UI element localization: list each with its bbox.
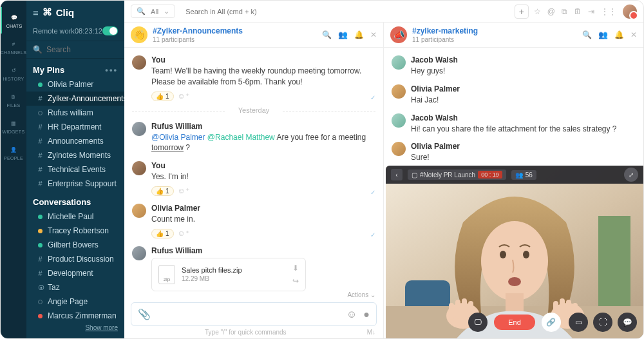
status-toggle[interactable] bbox=[102, 26, 118, 35]
sidebar-item[interactable]: Olivia Palmer bbox=[26, 77, 124, 92]
link-button[interactable]: 🔗 bbox=[542, 313, 561, 332]
sidebar-item[interactable]: #Zylnotes Moments bbox=[26, 148, 124, 162]
avatar[interactable] bbox=[132, 55, 146, 70]
video-chat-button[interactable]: 💬 bbox=[618, 313, 637, 332]
at-icon[interactable]: @ bbox=[547, 7, 555, 16]
pins-list: Olivia Palmer#Zylker-AnnouncementsRufus … bbox=[26, 77, 124, 191]
bell-icon[interactable]: 🔔 bbox=[354, 30, 364, 39]
sidebar-item[interactable]: ⦿Taz bbox=[26, 280, 124, 295]
avatar[interactable] bbox=[132, 204, 146, 218]
avatar[interactable] bbox=[392, 55, 406, 70]
pins-more-icon[interactable]: ••• bbox=[105, 65, 118, 75]
sidebar-search-input[interactable] bbox=[46, 45, 118, 54]
message-author[interactable]: Jacob Walsh bbox=[411, 113, 636, 122]
reaction-row: 👍 1☺⁺ bbox=[151, 229, 365, 238]
sidebar-item[interactable]: Rufus william bbox=[26, 106, 124, 120]
close-icon[interactable]: ✕ bbox=[630, 30, 637, 39]
reaction-pill[interactable]: 👍 1 bbox=[151, 92, 174, 101]
forward-icon[interactable]: ↪ bbox=[292, 276, 299, 286]
message-author[interactable]: Olivia Palmer bbox=[411, 84, 636, 93]
file-attachment[interactable]: zipSales pitch files.zip12.29 MB⬇↪ bbox=[151, 258, 306, 291]
sidebar-item[interactable]: Michelle Paul bbox=[26, 209, 124, 224]
rail-people[interactable]: 👤 PEOPLE bbox=[1, 139, 26, 166]
global-search-input[interactable] bbox=[180, 5, 509, 18]
add-reaction-icon[interactable]: ☺⁺ bbox=[178, 186, 189, 195]
message-author[interactable]: You bbox=[151, 161, 365, 170]
sidebar-item[interactable]: #Zylker-Announcements bbox=[26, 92, 124, 106]
sidebar-item[interactable]: Marcus Zimmerman bbox=[26, 309, 124, 323]
sidebar-item-label: Gilbert Bowers bbox=[48, 240, 99, 249]
reaction-pill[interactable]: 👍 1 bbox=[151, 229, 174, 238]
logout-icon[interactable]: ⇥ bbox=[588, 7, 594, 16]
sidebar-item[interactable]: #Product Discussion bbox=[26, 252, 124, 266]
sidebar-item[interactable]: #Announcements bbox=[26, 134, 124, 148]
menu-icon[interactable]: ≡ bbox=[33, 7, 39, 18]
participants-icon[interactable]: 👥 bbox=[338, 30, 348, 39]
composer-input[interactable] bbox=[157, 310, 340, 319]
mention[interactable]: @Olivia Palmer bbox=[151, 133, 205, 142]
copy-icon[interactable]: ⧉ bbox=[562, 7, 567, 16]
channel-title[interactable]: #zylker-marketing bbox=[412, 26, 478, 35]
sidebar-search[interactable]: 🔍 bbox=[26, 41, 124, 59]
apps-icon[interactable]: ⋮⋮ bbox=[601, 7, 616, 16]
avatar[interactable] bbox=[392, 142, 406, 156]
message-feed[interactable]: YouTeam! We'll be having the weekly roun… bbox=[124, 48, 383, 291]
video-title-chip[interactable]: ▢ #Notely PR Launch 00 : 19 bbox=[408, 170, 506, 180]
participants-icon[interactable]: 👥 bbox=[598, 30, 608, 39]
bell-icon[interactable]: 🔔 bbox=[614, 30, 624, 39]
video-expand-button[interactable]: ⤢ bbox=[624, 168, 638, 182]
record-icon[interactable]: ● bbox=[363, 309, 370, 320]
rail-channels[interactable]: # CHANNELS bbox=[1, 34, 26, 60]
avatar[interactable] bbox=[132, 161, 146, 175]
avatar[interactable] bbox=[132, 246, 146, 260]
pip-button[interactable]: ▭ bbox=[569, 313, 588, 332]
rail-widgets[interactable]: ▦ WIDGETS bbox=[1, 113, 26, 139]
user-avatar[interactable] bbox=[623, 5, 637, 19]
avatar[interactable] bbox=[392, 113, 406, 128]
add-reaction-icon[interactable]: ☺⁺ bbox=[178, 229, 189, 238]
message-author[interactable]: Olivia Palmer bbox=[151, 204, 365, 213]
sidebar-item[interactable]: Gilbert Bowers bbox=[26, 238, 124, 252]
mention[interactable]: @Rachael Matthew bbox=[205, 133, 275, 142]
message-author[interactable]: Rufus William bbox=[151, 246, 375, 255]
star-icon[interactable]: ☆ bbox=[534, 7, 541, 16]
search-icon[interactable]: 🔍 bbox=[582, 30, 592, 39]
search-scope[interactable]: 🔍 All ⌄ bbox=[131, 5, 175, 18]
rail-chats[interactable]: 💬 CHATS bbox=[1, 7, 26, 34]
sidebar-item[interactable]: #Development bbox=[26, 266, 124, 280]
download-icon[interactable]: ⬇ bbox=[292, 264, 299, 273]
video-participants-chip[interactable]: 👥 56 bbox=[511, 170, 536, 180]
fullscreen-button[interactable]: ⛶ bbox=[593, 313, 612, 332]
sidebar-item[interactable]: Angie Page bbox=[26, 295, 124, 309]
video-back-button[interactable]: ‹ bbox=[391, 169, 402, 180]
add-reaction-icon[interactable]: ☺⁺ bbox=[178, 92, 189, 101]
avatar[interactable] bbox=[392, 84, 406, 99]
sidebar-item[interactable]: #Enterprise Suppourt bbox=[26, 177, 124, 191]
message-author[interactable]: You bbox=[151, 55, 365, 64]
file-icon: zip bbox=[158, 265, 175, 284]
avatar[interactable] bbox=[132, 122, 146, 136]
show-more-link[interactable]: Show more bbox=[26, 323, 124, 335]
sidebar-item[interactable]: Tracey Robertson bbox=[26, 224, 124, 238]
new-chat-button[interactable]: + bbox=[515, 5, 529, 19]
feed-actions[interactable]: Actions ⌄ bbox=[124, 291, 383, 300]
reaction-pill[interactable]: 👍 1 bbox=[151, 186, 174, 196]
end-call-button[interactable]: End bbox=[494, 315, 535, 330]
calendar-icon[interactable]: 🗓 bbox=[574, 7, 582, 16]
rail-files[interactable]: 🗎 FILES bbox=[1, 86, 26, 113]
message-author[interactable]: Rufus William bbox=[151, 122, 375, 131]
rail-history[interactable]: ↺ HISTORY bbox=[1, 60, 26, 86]
close-icon[interactable]: ✕ bbox=[370, 30, 377, 39]
sidebar-item[interactable]: #Technical Events bbox=[26, 162, 124, 177]
status-row: Remote work 08:23:12 bbox=[26, 24, 124, 41]
screenshare-button[interactable]: 🖵 bbox=[468, 313, 488, 332]
emoji-icon[interactable]: ☺ bbox=[346, 309, 357, 320]
sidebar-item[interactable]: #HR Department bbox=[26, 120, 124, 134]
message-author[interactable]: Olivia Palmer bbox=[411, 142, 636, 151]
message-composer[interactable]: 📎 ☺ ● bbox=[131, 302, 377, 326]
message-author[interactable]: Jacob Walsh bbox=[411, 55, 636, 64]
markdown-indicator[interactable]: M↓ bbox=[367, 329, 383, 336]
attach-icon[interactable]: 📎 bbox=[138, 308, 151, 320]
search-icon[interactable]: 🔍 bbox=[322, 30, 332, 39]
channel-title[interactable]: #Zylker-Announcements bbox=[153, 26, 243, 35]
